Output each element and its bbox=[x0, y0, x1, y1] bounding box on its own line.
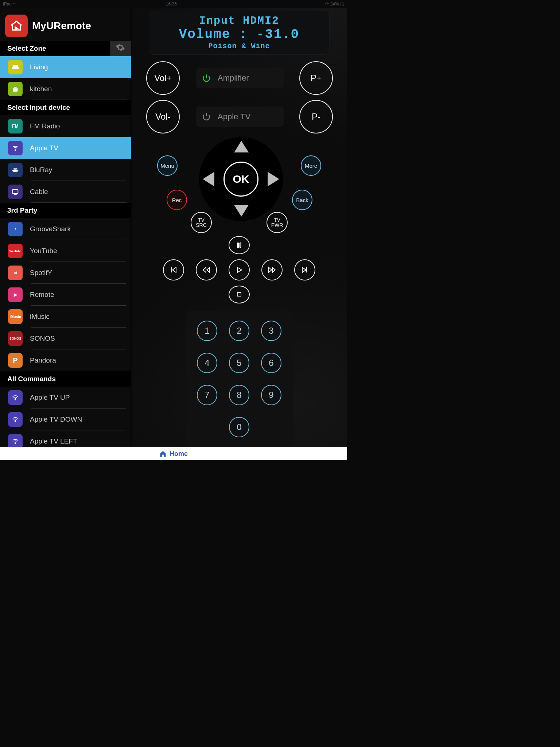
home-tab[interactable]: Home bbox=[170, 450, 188, 458]
record-button[interactable]: Rec bbox=[167, 190, 187, 210]
stop-button[interactable] bbox=[229, 286, 250, 303]
pandora-icon: P bbox=[8, 353, 23, 368]
display-line-input: Input HDMI2 bbox=[152, 15, 326, 27]
imusic-icon: iMusic bbox=[8, 309, 23, 324]
channel-down-button[interactable]: P- bbox=[299, 100, 333, 133]
status-left: iPad ᯤ bbox=[3, 1, 17, 7]
section-zone: Select Zone bbox=[0, 41, 131, 56]
rewind-button[interactable] bbox=[196, 259, 217, 280]
numpad-5[interactable]: 5 bbox=[229, 353, 249, 373]
zone-item-kitchen[interactable]: kitchen bbox=[0, 78, 131, 100]
volume-down-button[interactable]: Vol- bbox=[146, 100, 180, 133]
third-item-spotify[interactable]: ≋ SpotifY bbox=[0, 262, 131, 284]
more-button[interactable]: More bbox=[301, 155, 321, 176]
menu-button[interactable]: Menu bbox=[157, 155, 178, 176]
dpad-left[interactable] bbox=[203, 172, 214, 186]
numpad-6[interactable]: 6 bbox=[261, 353, 281, 373]
play-icon bbox=[235, 266, 244, 274]
device-appletv-button[interactable]: Apple TV bbox=[196, 107, 284, 127]
svg-rect-2 bbox=[13, 190, 18, 194]
spotify-icon: ≋ bbox=[8, 266, 23, 280]
third-item-pandora[interactable]: P Pandora bbox=[0, 349, 131, 371]
home-icon bbox=[159, 450, 167, 457]
tv-source-button[interactable]: TVSRC bbox=[191, 212, 212, 233]
skip-back-icon bbox=[169, 266, 178, 274]
numpad-1[interactable]: 1 bbox=[197, 321, 217, 341]
channel-up-button[interactable]: P+ bbox=[299, 61, 333, 95]
third-label: Pandora bbox=[30, 356, 56, 364]
bottom-bar: Home bbox=[0, 447, 347, 460]
stop-icon bbox=[236, 291, 243, 298]
numpad-9[interactable]: 9 bbox=[261, 385, 281, 405]
brand-name: MyURemote bbox=[32, 20, 91, 32]
third-item-imusic[interactable]: iMusic iMusic bbox=[0, 306, 131, 328]
sonos-icon: SONOS bbox=[8, 331, 23, 346]
gear-icon bbox=[116, 43, 125, 52]
brand: MyURemote bbox=[0, 8, 131, 41]
numpad-7[interactable]: 7 bbox=[197, 385, 217, 405]
dpad-up[interactable] bbox=[234, 141, 249, 152]
dpad-right[interactable] bbox=[268, 172, 279, 186]
numpad-3[interactable]: 3 bbox=[261, 321, 281, 341]
svg-point-0 bbox=[15, 150, 16, 150]
device-label: Apple TV bbox=[218, 112, 250, 121]
third-label: SONOS bbox=[30, 334, 55, 342]
command-item[interactable]: Apple TV DOWN bbox=[0, 409, 131, 430]
input-label: FM Radio bbox=[30, 122, 60, 130]
input-label: Apple TV bbox=[30, 144, 58, 152]
back-button[interactable]: Back bbox=[292, 190, 312, 210]
section-input-label: Select Input device bbox=[7, 104, 70, 111]
skip-forward-button[interactable] bbox=[294, 259, 315, 280]
skip-back-button[interactable] bbox=[163, 259, 184, 280]
tv-icon bbox=[8, 185, 23, 199]
brand-logo-icon bbox=[5, 15, 28, 37]
settings-button[interactable] bbox=[110, 41, 131, 56]
third-label: Remote bbox=[30, 291, 54, 299]
status-right: ⟳ 24% ▢ bbox=[325, 1, 344, 7]
svg-point-3 bbox=[15, 399, 16, 400]
svg-point-4 bbox=[15, 421, 16, 422]
wifi-icon bbox=[8, 434, 23, 447]
command-item[interactable]: Apple TV UP bbox=[0, 387, 131, 409]
fast-forward-button[interactable] bbox=[261, 259, 283, 280]
numpad-4[interactable]: 4 bbox=[197, 353, 217, 373]
display-line-volume: Volume : -31.0 bbox=[152, 27, 326, 42]
section-third-label: 3rd Party bbox=[7, 206, 37, 214]
device-amplifier-button[interactable]: Amplifier bbox=[196, 68, 284, 88]
svg-rect-8 bbox=[240, 243, 241, 248]
section-third: 3rd Party bbox=[0, 203, 131, 218]
pause-icon bbox=[235, 241, 243, 249]
youtube-icon: YouTube bbox=[8, 244, 23, 258]
display-line-track: Poison & Wine bbox=[152, 42, 326, 50]
input-item-appletv[interactable]: Apple TV bbox=[0, 137, 131, 159]
ok-button[interactable]: OK bbox=[223, 162, 258, 197]
input-item-cable[interactable]: Cable bbox=[0, 181, 131, 203]
third-item-grooveshark[interactable]: ♪ GrooveShark bbox=[0, 218, 131, 240]
numpad-8[interactable]: 8 bbox=[229, 385, 249, 405]
command-label: Apple TV LEFT bbox=[30, 437, 77, 445]
dpad: OK Menu More Back Rec bbox=[146, 137, 332, 210]
section-all: All Commands bbox=[0, 371, 131, 387]
tv-power-button[interactable]: TVPWR bbox=[267, 212, 288, 233]
input-item-fm[interactable]: FM FM Radio bbox=[0, 115, 131, 137]
third-item-sonos[interactable]: SONOS SONOS bbox=[0, 328, 131, 349]
third-label: SpotifY bbox=[30, 269, 52, 277]
command-label: Apple TV DOWN bbox=[30, 415, 82, 423]
third-label: iMusic bbox=[30, 313, 50, 321]
wifi-icon bbox=[8, 390, 23, 405]
fast-forward-icon bbox=[268, 266, 276, 274]
status-time: 16:35 bbox=[166, 1, 177, 7]
zone-label: Living bbox=[30, 63, 48, 71]
numpad-2[interactable]: 2 bbox=[229, 321, 249, 341]
pause-button[interactable] bbox=[229, 236, 250, 254]
zone-item-living[interactable]: Living bbox=[0, 56, 131, 78]
third-item-youtube[interactable]: YouTube YouTube bbox=[0, 240, 131, 262]
input-item-bluray[interactable]: BluRay bbox=[0, 159, 131, 181]
play-button[interactable] bbox=[229, 259, 250, 280]
svg-point-5 bbox=[15, 443, 16, 444]
numpad-0[interactable]: 0 bbox=[229, 417, 249, 437]
command-item[interactable]: Apple TV LEFT bbox=[0, 430, 131, 447]
third-item-remote[interactable]: ▶ Remote bbox=[0, 284, 131, 306]
volume-up-button[interactable]: Vol+ bbox=[146, 61, 180, 95]
dpad-down[interactable] bbox=[234, 205, 249, 217]
